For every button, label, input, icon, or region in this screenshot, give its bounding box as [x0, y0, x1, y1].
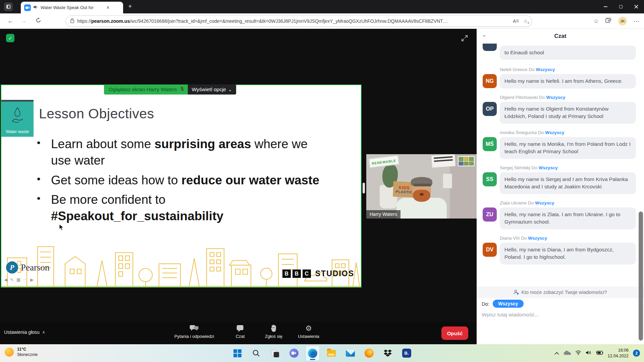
wifi-icon[interactable] [575, 350, 581, 356]
audio-settings-button[interactable]: Ustawienia głosu ∧ [4, 329, 45, 335]
screen: Water Waste Speak Out for × + ← → https:… [0, 0, 644, 362]
extension-shield-icon[interactable]: ✓ [6, 34, 14, 42]
file-explorer-button[interactable] [325, 346, 338, 361]
view-options-dropdown[interactable]: Wyświetl opcje ⌄ [188, 84, 236, 95]
deck-prev-icon[interactable]: ◀ [4, 277, 7, 282]
refresh-button[interactable] [36, 17, 41, 25]
workspaces-icon [6, 5, 10, 9]
chat-message-input[interactable] [482, 312, 636, 318]
chat-message: Zlata Ukraine DoWszyscy ZUHello, my name… [483, 200, 636, 229]
window-controls [598, 0, 644, 13]
tray-chevron-up-icon[interactable] [554, 350, 559, 356]
onedrive-cloud-icon[interactable] [564, 350, 571, 356]
volume-icon[interactable] [586, 350, 591, 356]
deck-next-icon[interactable]: ▶ [30, 277, 34, 282]
recipient[interactable]: Wszyscy [539, 165, 558, 170]
raise-hand-button[interactable]: Zgłoś się [265, 324, 282, 339]
url-path: /wc/94267016688/join?track_id=&jmf_code=… [130, 18, 447, 24]
panel-resize-handle[interactable] [363, 183, 365, 193]
browser-nav-bar: ← → https://pearson.zoom.us/wc/942670166… [0, 13, 644, 29]
chat-title: Czat [554, 33, 567, 40]
recipient[interactable]: Wszyscy [545, 130, 564, 135]
avatar: DV [483, 243, 497, 257]
system-tray: 16:06 12.04.2022 2 [554, 344, 640, 362]
bullet-text: Be more confident to [51, 193, 165, 206]
deck-more-icon[interactable]: ⋯ [23, 277, 28, 282]
search-icon [252, 349, 260, 357]
tab-actions-icon[interactable] [4, 2, 13, 11]
windows-logo-icon [233, 349, 242, 358]
minimize-button[interactable] [598, 0, 613, 13]
deck-grid-icon[interactable]: ▦ [16, 277, 20, 282]
tab-audio-icon[interactable] [33, 5, 38, 11]
message-bubble: to Einaudi school [500, 46, 636, 60]
recipient[interactable]: Wszyscy [546, 95, 565, 100]
firefox-button[interactable] [362, 346, 376, 361]
zoom-favicon [24, 4, 31, 11]
taskbar-search-button[interactable] [250, 346, 263, 361]
favorites-icon[interactable]: ☆ [594, 18, 599, 25]
fullscreen-expand-icon[interactable] [461, 35, 468, 43]
recipient[interactable]: Wszyscy [528, 236, 547, 241]
chat-message-list[interactable]: to Einaudi school Nefeli Greece DoWszysc… [477, 44, 644, 286]
banner-watching-label: Oglądasz ekran Harry Waters [109, 86, 177, 93]
compose-recipient-pill[interactable]: Wszyscy [493, 300, 523, 308]
edge-browser-button[interactable] [306, 346, 319, 361]
url-bar[interactable]: https://pearson.zoom.us/wc/94267016688/j… [66, 15, 532, 27]
teams-chat-button[interactable] [287, 346, 301, 361]
message-meta: Zlata Ukraine DoWszyscy [500, 200, 636, 205]
chat-button[interactable]: Czat [236, 324, 245, 339]
back-button[interactable]: ← [7, 17, 13, 24]
mic-muted-icon [180, 86, 184, 93]
taskbar-clock[interactable]: 16:06 12.04.2022 [607, 348, 629, 359]
message-meta: Diana VIII DoWszyscy [500, 236, 636, 241]
chat-collapse-icon[interactable]: ⌄ [482, 32, 486, 38]
leave-meeting-button[interactable]: Opuść [441, 326, 468, 340]
screenshare-banner: Oglądasz ekran Harry Waters Wyświetl opc… [104, 84, 236, 95]
forward-button[interactable]: → [21, 17, 27, 24]
bullet-bold-text: reduce our water waste [181, 173, 319, 187]
chevron-down-icon: ⌄ [228, 87, 232, 92]
dropbox-button[interactable] [381, 346, 394, 361]
nav-right-icons: ☆ JK ⋯ [594, 13, 639, 29]
start-button[interactable] [231, 346, 244, 361]
to-label: Do [529, 67, 534, 72]
settings-button[interactable]: ⚙ Ustawienia [298, 324, 319, 339]
more-menu-icon[interactable]: ⋯ [634, 18, 639, 25]
lock-icon [70, 18, 74, 24]
audio-settings-label: Ustawienia głosu [4, 329, 40, 335]
add-favorite-icon[interactable]: ☆+ [523, 18, 528, 24]
task-view-button[interactable] [268, 346, 282, 361]
deck-pen-icon[interactable]: ✎ [10, 277, 14, 282]
chat-panel: ⌄ Czat to Einaudi school Nefeli Greece D… [477, 29, 644, 344]
read-aloud-icon[interactable]: A [513, 18, 519, 24]
video-poster [431, 154, 455, 168]
mail-button[interactable] [343, 346, 357, 361]
profile-avatar[interactable]: JK [618, 17, 627, 25]
recipient[interactable]: Wszyscy [536, 67, 555, 72]
sender-name: Sergej Skhrbikj [500, 165, 530, 170]
chat-message: to Einaudi school [483, 46, 636, 60]
booking-button[interactable]: B. [400, 346, 413, 361]
battery-charging-icon[interactable] [596, 350, 603, 356]
avatar: ZU [483, 207, 497, 222]
sender-name: Olgierd Pilichowski [500, 95, 538, 100]
tab-close-icon[interactable]: × [106, 5, 109, 10]
raise-hand-label: Zgłoś się [265, 334, 282, 339]
page-scrollbar[interactable] [639, 212, 643, 341]
message-bubble: Hello, my name is Diana, I am from Bydgo… [500, 243, 636, 264]
qa-button[interactable]: Pytania i odpowiedzi [174, 324, 214, 339]
notification-count-badge[interactable]: 2 [633, 350, 640, 357]
maximize-button[interactable] [613, 0, 629, 13]
collections-icon[interactable] [605, 18, 611, 24]
privacy-note[interactable]: Kto może zobaczyć Twoje wiadomości? [477, 287, 644, 298]
speaker-video-thumbnail[interactable]: KIDS PLASTIC RENEWABLE Harry Waters [366, 154, 477, 219]
bullet-dot: • [37, 136, 41, 149]
taskbar-weather-widget[interactable]: 11°C Słonecznie [5, 347, 38, 358]
mail-icon [346, 350, 355, 357]
close-button[interactable] [629, 0, 644, 13]
browser-tab[interactable]: Water Waste Speak Out for × [21, 2, 123, 13]
new-tab-button[interactable]: + [128, 3, 132, 10]
recipient[interactable]: Wszyscy [535, 200, 554, 205]
bullet-item: •Be more confident to #Speakout_for_sust… [34, 192, 329, 225]
